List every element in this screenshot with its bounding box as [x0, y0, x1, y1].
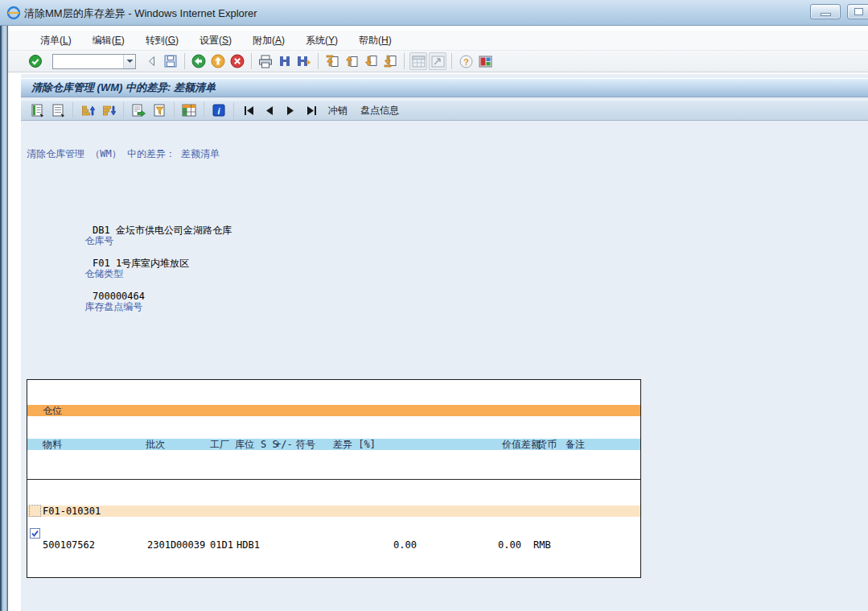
- next-page-icon[interactable]: [362, 52, 380, 70]
- toolbar-separator: [184, 53, 185, 69]
- menu-system[interactable]: 系统(Y): [301, 31, 343, 50]
- menu-edit[interactable]: 编辑(E): [88, 31, 130, 50]
- print-icon[interactable]: [257, 52, 274, 70]
- menu-extras[interactable]: 附加(A): [248, 31, 290, 50]
- field-storage-type: 仓储类型 F01 1号库室内堆放区: [27, 258, 868, 269]
- create-shortcut-icon[interactable]: [429, 52, 446, 70]
- sap-screen: 清除仓库管理 (WM) 中的差异: 差额清单: [21, 74, 868, 611]
- field-label: 库存盘点编号: [84, 301, 142, 312]
- command-input[interactable]: [53, 55, 123, 68]
- find-next-icon[interactable]: [295, 52, 313, 70]
- table-separator-line: [27, 479, 640, 480]
- item-row[interactable]: 500107562 2301D00039 01D1 HDB1 0.00 0.00…: [27, 539, 640, 551]
- last-record-icon[interactable]: [302, 101, 321, 119]
- command-dropdown-button[interactable]: [123, 55, 135, 68]
- reverse-button[interactable]: 冲销: [322, 101, 354, 120]
- first-page-icon[interactable]: [323, 52, 341, 70]
- screenshot-root: { "window": { "title": "清除MM层的库存差异 - Win…: [0, 0, 868, 611]
- toolbar-separator: [204, 102, 204, 118]
- find-icon[interactable]: [276, 52, 294, 70]
- toolbar-separator: [72, 102, 73, 118]
- help-icon[interactable]: ?: [457, 52, 475, 70]
- cell-value-diff: 0.00: [498, 539, 521, 551]
- maximize-button[interactable]: [847, 4, 868, 19]
- export-icon[interactable]: [129, 101, 148, 119]
- svg-text:?: ?: [463, 56, 469, 66]
- new-session-icon[interactable]: [409, 52, 427, 70]
- sort-descending-icon[interactable]: [99, 101, 118, 119]
- minimize-icon: [821, 13, 831, 16]
- minimize-button[interactable]: [810, 4, 841, 19]
- difference-table: 仓位 物料 批次 工厂 库位 S S +/- 符号 差异 [%] 价值差额 货币…: [27, 379, 641, 578]
- bin-row[interactable]: F01-010301: [27, 506, 640, 517]
- column-header-bin: 仓位: [43, 405, 62, 416]
- column-header-plant: 工厂: [210, 439, 229, 450]
- save-icon[interactable]: [162, 52, 179, 70]
- sort-ascending-icon[interactable]: [78, 101, 97, 119]
- filter-icon[interactable]: [150, 101, 169, 119]
- menu-help[interactable]: 帮助(H): [354, 31, 397, 50]
- cell-sloc: HDB1: [237, 539, 260, 551]
- report-title: 清除仓库管理 （WM） 中的差异： 差额清单: [27, 148, 868, 159]
- bin-checkbox[interactable]: [30, 506, 40, 516]
- deselect-all-icon[interactable]: [48, 101, 68, 119]
- cell-diff-pct: 0.00: [393, 539, 417, 551]
- field-label: 仓库号: [84, 235, 113, 246]
- field-inventory-record-number: 库存盘点编号 700000464: [27, 291, 868, 302]
- application-toolbar: i 冲销 盘点信息: [21, 100, 868, 121]
- bin-value: F01-010301: [43, 506, 101, 517]
- cell-currency: RMB: [533, 539, 551, 551]
- command-field: [52, 54, 136, 69]
- info-icon[interactable]: i: [209, 101, 228, 119]
- field-label: 仓储类型: [84, 268, 123, 279]
- back-icon[interactable]: [190, 52, 208, 70]
- collapse-toolbar-icon[interactable]: [142, 52, 160, 70]
- chevron-down-icon: [126, 59, 134, 64]
- toolbar-separator: [174, 102, 175, 118]
- inventory-info-button[interactable]: 盘点信息: [354, 101, 405, 120]
- window-titlebar: 清除MM层的库存差异 - Windows Internet Explorer: [0, 0, 868, 26]
- exit-icon[interactable]: [209, 52, 227, 70]
- report-content: 清除仓库管理 （WM） 中的差异： 差额清单 仓库号 DB1 金坛市供电公司金湖…: [21, 121, 868, 601]
- column-header-diff-pct: 差异 [%]: [333, 439, 376, 450]
- field-value: F01 1号库室内堆放区: [93, 258, 189, 269]
- toolbar-separator: [318, 53, 319, 69]
- menu-settings[interactable]: 设置(S): [195, 31, 237, 50]
- screen-title: 清除仓库管理 (WM) 中的差异: 差额清单: [31, 81, 216, 95]
- enter-icon[interactable]: [27, 52, 44, 70]
- cell-batch: 2301D00039: [147, 539, 205, 551]
- menu-goto[interactable]: 转到(G): [141, 31, 183, 50]
- previous-page-icon[interactable]: [343, 52, 360, 70]
- column-header-currency: 货币: [537, 439, 557, 450]
- window-title: 清除MM层的库存差异 - Windows Internet Explorer: [24, 6, 257, 21]
- internet-explorer-icon: [6, 6, 21, 20]
- cell-plant: 01D1: [210, 539, 233, 551]
- screen-titlebar: 清除仓库管理 (WM) 中的差异: 差额清单: [21, 78, 868, 97]
- sap-menubar: 清单(L) 编辑(E) 转到(G) 设置(S) 附加(A) 系统(Y) 帮助(H…: [8, 31, 868, 50]
- menu-list[interactable]: 清单(L): [35, 31, 76, 50]
- toolbar-separator: [123, 102, 124, 118]
- column-header-remark: 备注: [566, 439, 585, 450]
- window-left-border: [0, 26, 8, 611]
- cell-material: 500107562: [43, 539, 95, 551]
- column-header-sloc: 库位: [235, 439, 254, 450]
- toolbar-separator: [233, 102, 234, 118]
- customize-layout-icon[interactable]: [476, 52, 494, 70]
- column-header-sign: 符号: [296, 439, 315, 450]
- column-header-plusminus: +/-: [275, 439, 293, 450]
- grid-view-icon[interactable]: [179, 101, 199, 119]
- select-all-icon[interactable]: [27, 101, 47, 119]
- previous-record-icon[interactable]: [260, 101, 279, 119]
- table-header-row: 物料 批次 工厂 库位 S S +/- 符号 差异 [%] 价值差额 货币 备注: [27, 439, 640, 450]
- toolbar-separator: [451, 53, 452, 69]
- last-page-icon[interactable]: [381, 52, 399, 70]
- column-header-batch: 批次: [146, 439, 165, 450]
- toolbar-separator: [404, 53, 405, 69]
- first-record-icon[interactable]: [239, 101, 258, 119]
- cancel-icon[interactable]: [228, 52, 246, 70]
- report-header-fields: 仓库号 DB1 金坛市供电公司金湖路仓库 仓储类型 F01 1号库室内堆放区 库…: [27, 203, 868, 324]
- table-header-bin-row: 仓位: [27, 405, 640, 416]
- column-header-value-diff: 价值差额: [502, 439, 541, 450]
- next-record-icon[interactable]: [281, 101, 300, 119]
- sap-standard-toolbar: ?: [8, 50, 868, 72]
